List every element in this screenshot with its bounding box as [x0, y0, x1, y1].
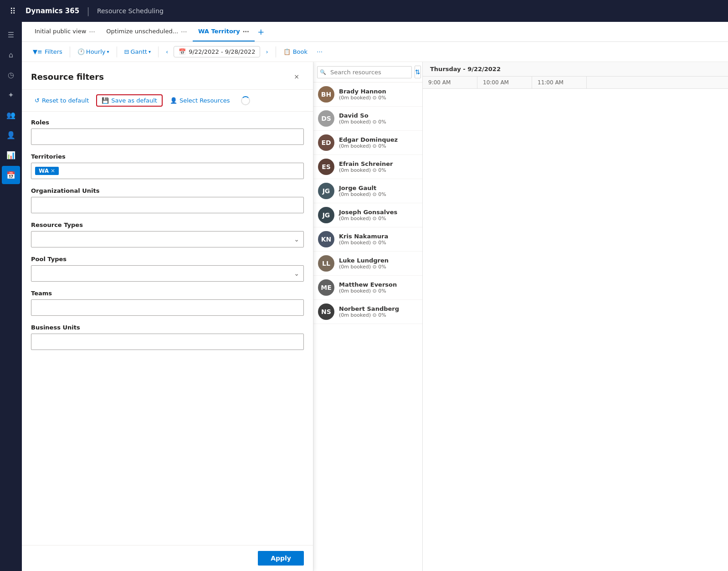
select-resources-button[interactable]: 👤 Select Resources — [166, 95, 234, 106]
territory-tag-close-wa[interactable]: ✕ — [51, 168, 55, 174]
toolbar-divider-2 — [117, 46, 117, 57]
territory-tag-wa[interactable]: WA ✕ — [35, 167, 59, 175]
gantt-button[interactable]: ⊟ Gantt ▾ — [121, 46, 154, 57]
resource-list-item[interactable]: LL Luke Lundgren (0m booked) ⊙ 0% — [313, 252, 422, 276]
reset-to-default-button[interactable]: ↺ Reset to default — [31, 95, 92, 106]
resource-list-item[interactable]: BH Brady Hannon (0m booked) ⊙ 0% — [313, 82, 422, 107]
sidebar-icon-home[interactable]: ⌂ — [2, 46, 20, 64]
territories-input[interactable]: WA ✕ — [31, 163, 304, 179]
resource-avatar: ME — [318, 279, 334, 296]
resource-list-item[interactable]: DS David So (0m booked) ⊙ 0% — [313, 107, 422, 131]
resource-list-item[interactable]: KN Kris Nakamura (0m booked) ⊙ 0% — [313, 227, 422, 252]
org-units-field: Organizational Units — [31, 187, 304, 213]
calendar-icon: 📅 — [179, 48, 186, 55]
resource-name: Kris Nakamura — [339, 233, 418, 240]
schedule-time-col: 10:00 AM — [477, 77, 532, 88]
gantt-icon: ⊟ — [124, 48, 129, 55]
content-area: Resource filters × ↺ Reset to default 💾 … — [22, 62, 728, 571]
resource-list-item[interactable]: NS Norbert Sandberg (0m booked) ⊙ 0% — [313, 300, 422, 324]
tab-options-icon-wa[interactable]: ⋯ — [243, 28, 249, 35]
resource-name: Brady Hannon — [339, 88, 418, 95]
resource-info: Luke Lundgren (0m booked) ⊙ 0% — [339, 257, 418, 270]
resource-list-item[interactable]: JG Jorge Gault (0m booked) ⊙ 0% — [313, 179, 422, 203]
filter-close-button[interactable]: × — [289, 69, 304, 84]
date-range-picker[interactable]: 📅 9/22/2022 - 9/28/2022 — [174, 46, 260, 57]
resource-list-item[interactable]: JG Joseph Gonsalves (0m booked) ⊙ 0% — [313, 203, 422, 227]
business-units-field: Business Units — [31, 324, 304, 350]
schedule-area: Thursday - 9/22/2022 9:00 AM10:00 AM11:0… — [423, 62, 728, 571]
sidebar-icon-hamburger[interactable]: ☰ — [2, 26, 20, 44]
sidebar-icon-reports[interactable]: 📊 — [2, 146, 20, 164]
pool-types-label: Pool Types — [31, 256, 304, 262]
resource-name: Joseph Gonsalves — [339, 209, 418, 216]
sidebar-icon-recent[interactable]: ◷ — [2, 66, 20, 84]
teams-field: Teams — [31, 290, 304, 316]
sidebar-icon-starred[interactable]: ✦ — [2, 86, 20, 104]
toolbar-divider-3 — [158, 46, 159, 57]
resource-name: Jorge Gault — [339, 185, 418, 191]
toolbar-divider-4 — [276, 46, 276, 57]
resource-meta: (0m booked) ⊙ 0% — [339, 191, 418, 197]
sidebar-icon-calendar[interactable]: 📅 — [2, 166, 20, 184]
resource-avatar: JG — [318, 183, 334, 199]
more-options-button[interactable]: ⋯ — [313, 46, 326, 57]
app-title: Dynamics 365 — [26, 7, 79, 15]
resource-meta: (0m booked) ⊙ 0% — [339, 264, 418, 270]
tab-bar: Initial public view ⋯ Optimize unschedul… — [22, 22, 728, 42]
schedule-time-header: 9:00 AM10:00 AM11:00 AM — [423, 77, 728, 89]
tab-options-icon-initial[interactable]: ⋯ — [89, 28, 95, 35]
sidebar-icon-person[interactable]: 👤 — [2, 126, 20, 144]
resource-name: Efrain Schreiner — [339, 160, 418, 167]
resource-info: Efrain Schreiner (0m booked) ⊙ 0% — [339, 160, 418, 173]
resource-info: David So (0m booked) ⊙ 0% — [339, 112, 418, 125]
resource-list-item[interactable]: ES Efrain Schreiner (0m booked) ⊙ 0% — [313, 155, 422, 179]
resource-avatar: BH — [318, 86, 334, 103]
save-as-default-button[interactable]: 💾 Save as default — [96, 94, 163, 107]
tab-initial-public-view[interactable]: Initial public view ⋯ — [29, 22, 101, 41]
teams-input[interactable] — [31, 299, 304, 316]
resource-meta: (0m booked) ⊙ 0% — [339, 143, 418, 149]
tab-optimize-unscheduled[interactable]: Optimize unscheduled... ⋯ — [101, 22, 193, 41]
nav-divider: | — [87, 5, 90, 16]
resource-info: Kris Nakamura (0m booked) ⊙ 0% — [339, 233, 418, 246]
pool-types-select-wrap — [31, 265, 304, 282]
hourly-button[interactable]: 🕐 Hourly ▾ — [74, 46, 113, 57]
resource-search-bar: ⇅ — [313, 62, 422, 82]
select-resources-icon: 👤 — [170, 97, 177, 104]
next-date-button[interactable]: › — [262, 46, 272, 57]
teams-label: Teams — [31, 290, 304, 297]
resource-search-input[interactable] — [317, 66, 412, 78]
resource-meta: (0m booked) ⊙ 0% — [339, 119, 418, 125]
resource-name: Luke Lundgren — [339, 257, 418, 264]
filter-body: Roles Territories WA ✕ — [22, 112, 313, 545]
resource-meta: (0m booked) ⊙ 0% — [339, 216, 418, 221]
pool-types-select[interactable] — [31, 265, 304, 282]
resource-list-item[interactable]: ME Matthew Everson (0m booked) ⊙ 0% — [313, 276, 422, 300]
resource-meta: (0m booked) ⊙ 0% — [339, 240, 418, 246]
filter-actions: ↺ Reset to default 💾 Save as default 👤 S… — [22, 90, 313, 112]
main-content: Initial public view ⋯ Optimize unschedul… — [22, 22, 728, 571]
sidebar-icon-contacts-group[interactable]: 👥 — [2, 106, 20, 124]
book-button[interactable]: 📋 Book — [280, 46, 311, 57]
business-units-input[interactable] — [31, 334, 304, 350]
prev-date-button[interactable]: ‹ — [162, 46, 172, 57]
org-units-input[interactable] — [31, 197, 304, 213]
tab-wa-territory[interactable]: WA Territory ⋯ — [193, 22, 255, 41]
sort-button[interactable]: ⇅ — [415, 66, 421, 78]
schedule-grid[interactable] — [423, 89, 728, 571]
gantt-chevron-icon: ▾ — [149, 49, 151, 54]
tab-add-button[interactable]: + — [255, 26, 267, 38]
resource-info: Norbert Sandberg (0m booked) ⊙ 0% — [339, 305, 418, 318]
resource-avatar: KN — [318, 231, 334, 247]
resource-list-item[interactable]: ED Edgar Dominquez (0m booked) ⊙ 0% — [313, 131, 422, 155]
roles-input[interactable] — [31, 129, 304, 145]
roles-field: Roles — [31, 119, 304, 145]
apply-button[interactable]: Apply — [258, 551, 304, 566]
resource-types-select[interactable] — [31, 231, 304, 247]
app-grid-icon[interactable]: ⠿ — [5, 6, 20, 16]
tab-options-icon-optimize[interactable]: ⋯ — [181, 28, 187, 35]
filter-panel-header: Resource filters × — [22, 62, 313, 90]
filters-button[interactable]: ▼≡ Filters — [29, 46, 66, 57]
resource-types-field: Resource Types — [31, 221, 304, 247]
left-sidebar: ☰ ⌂ ◷ ✦ 👥 👤 📊 📅 — [0, 22, 22, 571]
